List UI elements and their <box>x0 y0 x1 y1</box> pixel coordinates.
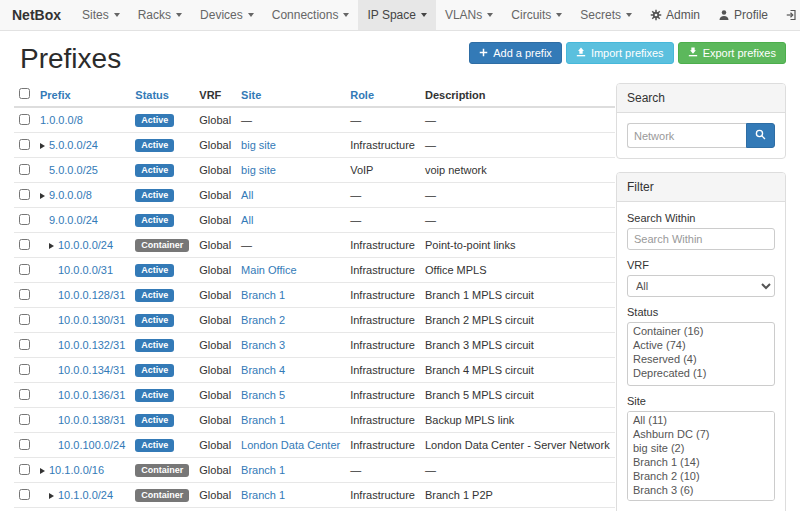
nav-profile[interactable]: Profile <box>709 0 777 30</box>
site-link[interactable]: Branch 2 <box>241 314 285 326</box>
nav-item-label: Connections <box>272 8 339 22</box>
expand-arrow-icon <box>40 143 45 149</box>
row-checkbox[interactable] <box>19 414 30 425</box>
role-cell: Infrastructure <box>345 358 420 383</box>
nav-admin[interactable]: Admin <box>641 0 709 30</box>
vrf-cell: Global <box>194 133 236 158</box>
vrf-cell: Global <box>194 283 236 308</box>
site-cell: big site <box>236 133 345 158</box>
prefix-link[interactable]: 10.0.0.130/31 <box>58 314 125 326</box>
status-cell: Active <box>130 508 194 511</box>
role-cell: Infrastructure <box>345 308 420 333</box>
sort-prefix[interactable]: Prefix <box>40 89 71 101</box>
export-prefixes-button[interactable]: Export prefixes <box>678 42 786 64</box>
row-checkbox[interactable] <box>19 439 30 450</box>
site-link[interactable]: Branch 1 <box>241 464 285 476</box>
prefix-link[interactable]: 10.0.0.136/31 <box>58 389 125 401</box>
status-select[interactable]: Container (16)Active (74)Reserved (4)Dep… <box>627 322 775 386</box>
row-checkbox[interactable] <box>19 239 30 250</box>
nav-logout[interactable]: Log out <box>777 0 800 30</box>
nav-item-sites[interactable]: Sites <box>73 0 129 30</box>
site-link[interactable]: All <box>241 189 253 201</box>
site-link[interactable]: All <box>241 214 253 226</box>
chevron-down-icon <box>114 13 120 17</box>
site-link[interactable]: London Data Center <box>241 439 340 451</box>
prefix-link[interactable]: 10.1.0.0/16 <box>49 464 104 476</box>
prefix-link[interactable]: 9.0.0.0/24 <box>49 214 98 226</box>
prefix-link[interactable]: 5.0.0.0/25 <box>49 164 98 176</box>
row-checkbox[interactable] <box>19 114 30 125</box>
add-prefix-button[interactable]: Add a prefix <box>469 42 562 64</box>
search-input[interactable] <box>627 123 746 148</box>
row-checkbox[interactable] <box>19 189 30 200</box>
vrf-select[interactable]: All <box>627 275 775 297</box>
row-checkbox[interactable] <box>19 139 30 150</box>
prefix-link[interactable]: 10.0.0.0/31 <box>58 264 113 276</box>
site-link[interactable]: Branch 1 <box>241 414 285 426</box>
site-link[interactable]: Branch 5 <box>241 389 285 401</box>
search-button[interactable] <box>746 123 775 148</box>
nav-item-circuits[interactable]: Circuits <box>502 0 571 30</box>
nav-item-secrets[interactable]: Secrets <box>571 0 641 30</box>
site-select[interactable]: All (11)Ashburn DC (7)big site (2)Branch… <box>627 411 775 501</box>
import-prefixes-button[interactable]: Import prefixes <box>566 42 674 64</box>
vrf-cell: Global <box>194 358 236 383</box>
row-checkbox[interactable] <box>19 489 30 500</box>
sort-site[interactable]: Site <box>241 89 261 101</box>
vrf-cell: Global <box>194 408 236 433</box>
row-checkbox[interactable] <box>19 314 30 325</box>
row-checkbox[interactable] <box>19 339 30 350</box>
status-badge: Active <box>135 164 174 177</box>
site-link[interactable]: Branch 3 <box>241 339 285 351</box>
brand[interactable]: NetBox <box>8 0 73 30</box>
status-badge: Active <box>135 139 174 152</box>
row-checkbox[interactable] <box>19 464 30 475</box>
prefix-link[interactable]: 10.0.0.0/24 <box>58 239 113 251</box>
description-cell: London Data Center - Server Network <box>420 433 615 458</box>
nav-item-ip-space[interactable]: IP Space <box>358 0 435 30</box>
site-link[interactable]: Branch 1 <box>241 289 285 301</box>
row-checkbox[interactable] <box>19 264 30 275</box>
plus-icon <box>479 47 488 59</box>
sidebar: Search Filter Search Within <box>616 83 786 511</box>
table-row: 10.1.0.0/16ContainerGlobalBranch 1—— <box>14 458 615 483</box>
nav-item-racks[interactable]: Racks <box>129 0 191 30</box>
prefix-link[interactable]: 10.0.100.0/24 <box>58 439 125 451</box>
select-all-checkbox[interactable] <box>19 88 30 99</box>
role-cell: Infrastructure <box>345 333 420 358</box>
search-within-input[interactable] <box>627 228 775 250</box>
row-checkbox[interactable] <box>19 389 30 400</box>
row-checkbox[interactable] <box>19 289 30 300</box>
prefix-link[interactable]: 9.0.0.0/8 <box>49 189 92 201</box>
row-checkbox[interactable] <box>19 364 30 375</box>
status-badge: Container <box>135 239 189 252</box>
site-link[interactable]: Main Office <box>241 264 296 276</box>
site-link[interactable]: big site <box>241 164 276 176</box>
row-checkbox[interactable] <box>19 164 30 175</box>
status-cell: Active <box>130 433 194 458</box>
site-link[interactable]: Branch 1 <box>241 489 285 501</box>
sort-role[interactable]: Role <box>350 89 374 101</box>
site-label: Site <box>627 395 775 407</box>
nav-item-vlans[interactable]: VLANs <box>436 0 502 30</box>
prefix-link[interactable]: 1.0.0.0/8 <box>40 114 83 126</box>
prefix-link[interactable]: 10.0.0.132/31 <box>58 339 125 351</box>
nav-profile-label: Profile <box>734 8 768 22</box>
chevron-down-icon <box>248 13 254 17</box>
prefix-link[interactable]: 10.1.0.0/24 <box>58 489 113 501</box>
role-cell: Infrastructure <box>345 233 420 258</box>
nav-item-connections[interactable]: Connections <box>263 0 359 30</box>
row-checkbox[interactable] <box>19 214 30 225</box>
status-cell: Active <box>130 333 194 358</box>
site-cell: London Data Center <box>236 433 345 458</box>
site-link[interactable]: Branch 4 <box>241 364 285 376</box>
prefix-link[interactable]: 5.0.0.0/24 <box>49 139 98 151</box>
site-cell: Main Office <box>236 258 345 283</box>
gear-icon <box>650 9 662 21</box>
prefix-link[interactable]: 10.0.0.138/31 <box>58 414 125 426</box>
prefix-link[interactable]: 10.0.0.134/31 <box>58 364 125 376</box>
prefix-link[interactable]: 10.0.0.128/31 <box>58 289 125 301</box>
site-link[interactable]: big site <box>241 139 276 151</box>
sort-status[interactable]: Status <box>135 89 169 101</box>
nav-item-devices[interactable]: Devices <box>191 0 263 30</box>
